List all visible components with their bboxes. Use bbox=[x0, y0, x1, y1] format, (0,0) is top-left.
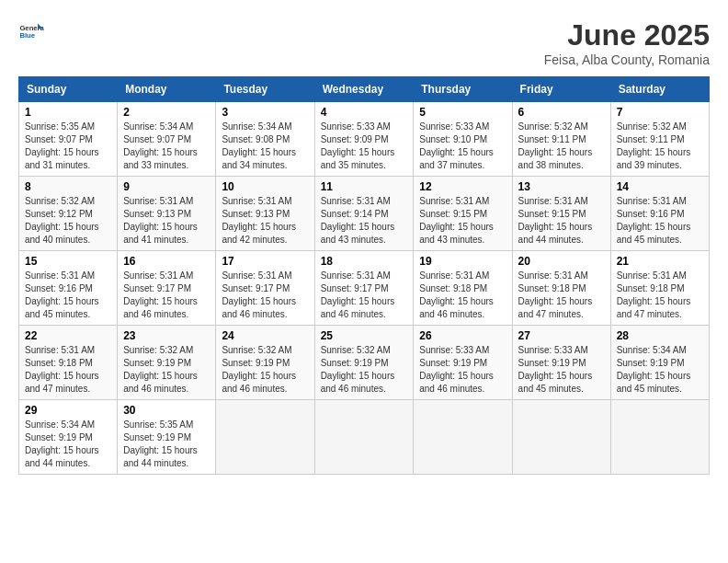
day-number: 30 bbox=[123, 404, 210, 417]
calendar-cell bbox=[216, 400, 314, 475]
calendar-cell: 10 Sunrise: 5:31 AM Sunset: 9:13 PM Dayl… bbox=[216, 177, 314, 251]
day-number: 22 bbox=[25, 329, 111, 342]
calendar-cell: 25 Sunrise: 5:32 AM Sunset: 9:19 PM Dayl… bbox=[314, 326, 414, 400]
month-year: June 2025 bbox=[544, 18, 710, 52]
day-info: Sunrise: 5:31 AM Sunset: 9:18 PM Dayligh… bbox=[617, 270, 703, 321]
day-info: Sunrise: 5:34 AM Sunset: 9:08 PM Dayligh… bbox=[222, 121, 308, 172]
calendar-cell: 27 Sunrise: 5:33 AM Sunset: 9:19 PM Dayl… bbox=[512, 326, 610, 400]
calendar-cell bbox=[512, 400, 610, 475]
day-header-thursday: Thursday bbox=[414, 77, 512, 102]
day-number: 4 bbox=[321, 106, 408, 119]
day-number: 20 bbox=[518, 255, 605, 268]
day-info: Sunrise: 5:31 AM Sunset: 9:15 PM Dayligh… bbox=[518, 195, 605, 247]
day-number: 8 bbox=[25, 180, 111, 193]
calendar-cell: 17 Sunrise: 5:31 AM Sunset: 9:17 PM Dayl… bbox=[216, 251, 314, 326]
day-number: 29 bbox=[25, 404, 111, 417]
calendar-cell: 19 Sunrise: 5:31 AM Sunset: 9:18 PM Dayl… bbox=[414, 251, 512, 326]
day-number: 27 bbox=[518, 329, 605, 342]
day-info: Sunrise: 5:35 AM Sunset: 9:07 PM Dayligh… bbox=[25, 121, 111, 172]
day-number: 28 bbox=[617, 329, 703, 342]
day-number: 6 bbox=[518, 106, 605, 119]
calendar-cell: 8 Sunrise: 5:32 AM Sunset: 9:12 PM Dayli… bbox=[19, 177, 118, 251]
location: Feisa, Alba County, Romania bbox=[544, 52, 710, 67]
day-info: Sunrise: 5:33 AM Sunset: 9:19 PM Dayligh… bbox=[518, 344, 605, 396]
day-info: Sunrise: 5:31 AM Sunset: 9:17 PM Dayligh… bbox=[123, 270, 210, 321]
calendar-cell: 28 Sunrise: 5:34 AM Sunset: 9:19 PM Dayl… bbox=[610, 326, 709, 400]
day-info: Sunrise: 5:31 AM Sunset: 9:14 PM Dayligh… bbox=[321, 195, 408, 247]
calendar-cell: 9 Sunrise: 5:31 AM Sunset: 9:13 PM Dayli… bbox=[118, 177, 216, 251]
calendar-cell: 7 Sunrise: 5:32 AM Sunset: 9:11 PM Dayli… bbox=[610, 102, 709, 177]
calendar-cell: 2 Sunrise: 5:34 AM Sunset: 9:07 PM Dayli… bbox=[118, 102, 216, 177]
day-number: 7 bbox=[617, 106, 703, 119]
day-info: Sunrise: 5:31 AM Sunset: 9:13 PM Dayligh… bbox=[123, 195, 210, 247]
logo: General Blue bbox=[18, 18, 44, 44]
day-info: Sunrise: 5:31 AM Sunset: 9:18 PM Dayligh… bbox=[518, 270, 605, 321]
calendar: SundayMondayTuesdayWednesdayThursdayFrid… bbox=[18, 76, 710, 475]
calendar-cell: 13 Sunrise: 5:31 AM Sunset: 9:15 PM Dayl… bbox=[512, 177, 610, 251]
day-info: Sunrise: 5:33 AM Sunset: 9:19 PM Dayligh… bbox=[419, 344, 506, 396]
calendar-cell: 14 Sunrise: 5:31 AM Sunset: 9:16 PM Dayl… bbox=[610, 177, 709, 251]
day-number: 14 bbox=[617, 180, 703, 193]
day-number: 15 bbox=[25, 255, 111, 268]
day-number: 19 bbox=[419, 255, 506, 268]
calendar-cell: 26 Sunrise: 5:33 AM Sunset: 9:19 PM Dayl… bbox=[414, 326, 512, 400]
day-number: 11 bbox=[321, 180, 408, 193]
day-info: Sunrise: 5:32 AM Sunset: 9:19 PM Dayligh… bbox=[123, 344, 210, 396]
day-header-wednesday: Wednesday bbox=[314, 77, 414, 102]
day-number: 23 bbox=[123, 329, 210, 342]
day-info: Sunrise: 5:32 AM Sunset: 9:12 PM Dayligh… bbox=[25, 195, 111, 247]
calendar-cell: 22 Sunrise: 5:31 AM Sunset: 9:18 PM Dayl… bbox=[19, 326, 118, 400]
title-area: June 2025 Feisa, Alba County, Romania bbox=[544, 18, 710, 67]
day-info: Sunrise: 5:35 AM Sunset: 9:19 PM Dayligh… bbox=[123, 419, 210, 470]
day-number: 17 bbox=[222, 255, 308, 268]
day-number: 2 bbox=[123, 106, 210, 119]
day-number: 16 bbox=[123, 255, 210, 268]
svg-text:Blue: Blue bbox=[19, 31, 35, 40]
day-info: Sunrise: 5:34 AM Sunset: 9:19 PM Dayligh… bbox=[25, 419, 111, 470]
day-info: Sunrise: 5:33 AM Sunset: 9:10 PM Dayligh… bbox=[419, 121, 506, 172]
calendar-cell: 18 Sunrise: 5:31 AM Sunset: 9:17 PM Dayl… bbox=[314, 251, 414, 326]
day-info: Sunrise: 5:31 AM Sunset: 9:17 PM Dayligh… bbox=[321, 270, 408, 321]
day-info: Sunrise: 5:31 AM Sunset: 9:15 PM Dayligh… bbox=[419, 195, 506, 247]
day-info: Sunrise: 5:34 AM Sunset: 9:19 PM Dayligh… bbox=[617, 344, 703, 396]
calendar-cell: 21 Sunrise: 5:31 AM Sunset: 9:18 PM Dayl… bbox=[610, 251, 709, 326]
calendar-cell bbox=[414, 400, 512, 475]
calendar-cell: 6 Sunrise: 5:32 AM Sunset: 9:11 PM Dayli… bbox=[512, 102, 610, 177]
day-number: 21 bbox=[617, 255, 703, 268]
calendar-cell: 15 Sunrise: 5:31 AM Sunset: 9:16 PM Dayl… bbox=[19, 251, 118, 326]
calendar-cell: 11 Sunrise: 5:31 AM Sunset: 9:14 PM Dayl… bbox=[314, 177, 414, 251]
day-number: 9 bbox=[123, 180, 210, 193]
calendar-cell: 20 Sunrise: 5:31 AM Sunset: 9:18 PM Dayl… bbox=[512, 251, 610, 326]
day-number: 5 bbox=[419, 106, 506, 119]
day-header-monday: Monday bbox=[118, 77, 216, 102]
day-info: Sunrise: 5:34 AM Sunset: 9:07 PM Dayligh… bbox=[123, 121, 210, 172]
calendar-cell: 23 Sunrise: 5:32 AM Sunset: 9:19 PM Dayl… bbox=[118, 326, 216, 400]
day-header-tuesday: Tuesday bbox=[216, 77, 314, 102]
day-info: Sunrise: 5:31 AM Sunset: 9:18 PM Dayligh… bbox=[25, 344, 111, 396]
day-header-friday: Friday bbox=[512, 77, 610, 102]
calendar-cell: 30 Sunrise: 5:35 AM Sunset: 9:19 PM Dayl… bbox=[118, 400, 216, 475]
day-header-saturday: Saturday bbox=[610, 77, 709, 102]
day-info: Sunrise: 5:32 AM Sunset: 9:11 PM Dayligh… bbox=[518, 121, 605, 172]
logo-icon: General Blue bbox=[18, 18, 44, 44]
calendar-cell bbox=[314, 400, 414, 475]
day-info: Sunrise: 5:32 AM Sunset: 9:19 PM Dayligh… bbox=[222, 344, 308, 396]
day-info: Sunrise: 5:31 AM Sunset: 9:18 PM Dayligh… bbox=[419, 270, 506, 321]
day-info: Sunrise: 5:32 AM Sunset: 9:11 PM Dayligh… bbox=[617, 121, 703, 172]
day-number: 10 bbox=[222, 180, 308, 193]
day-info: Sunrise: 5:31 AM Sunset: 9:16 PM Dayligh… bbox=[617, 195, 703, 247]
calendar-cell: 5 Sunrise: 5:33 AM Sunset: 9:10 PM Dayli… bbox=[414, 102, 512, 177]
day-number: 3 bbox=[222, 106, 308, 119]
day-info: Sunrise: 5:31 AM Sunset: 9:17 PM Dayligh… bbox=[222, 270, 308, 321]
day-number: 1 bbox=[25, 106, 111, 119]
header: General Blue June 2025 Feisa, Alba Count… bbox=[18, 18, 710, 67]
day-number: 13 bbox=[518, 180, 605, 193]
day-number: 25 bbox=[321, 329, 408, 342]
calendar-cell: 4 Sunrise: 5:33 AM Sunset: 9:09 PM Dayli… bbox=[314, 102, 414, 177]
calendar-cell bbox=[610, 400, 709, 475]
day-header-sunday: Sunday bbox=[19, 77, 118, 102]
day-info: Sunrise: 5:31 AM Sunset: 9:13 PM Dayligh… bbox=[222, 195, 308, 247]
day-number: 24 bbox=[222, 329, 308, 342]
calendar-cell: 16 Sunrise: 5:31 AM Sunset: 9:17 PM Dayl… bbox=[118, 251, 216, 326]
day-number: 26 bbox=[419, 329, 506, 342]
